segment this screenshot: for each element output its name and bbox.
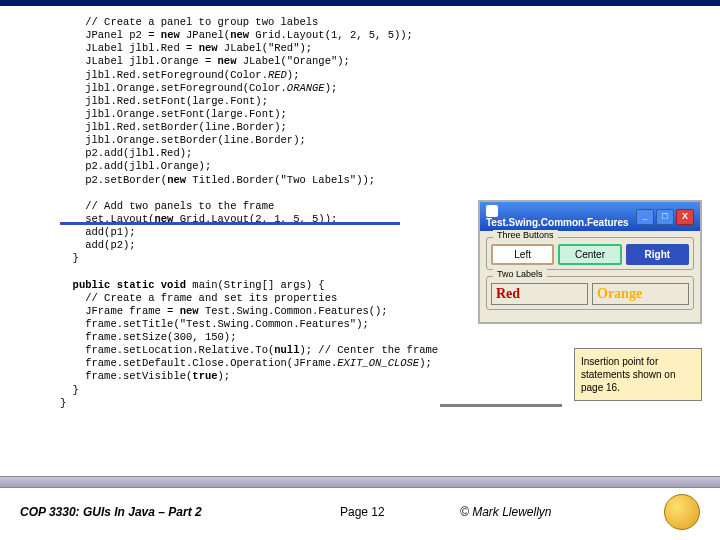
- code-line: add(p2);: [60, 239, 136, 251]
- connector-line: [60, 222, 400, 225]
- code-line: frame.setSize(300, 150);: [60, 331, 236, 343]
- maximize-button[interactable]: □: [656, 209, 674, 225]
- two-labels-panel: Two Labels Red Orange: [486, 276, 694, 310]
- center-button[interactable]: Center: [558, 244, 621, 265]
- ucf-logo-icon: [664, 494, 700, 530]
- code-line: }: [60, 397, 66, 409]
- code-line: p2.add(jlbl.Orange);: [60, 160, 211, 172]
- close-button[interactable]: X: [676, 209, 694, 225]
- code-line: frame.setTitle("Test.Swing.Common.Featur…: [60, 318, 369, 330]
- page-number: Page 12: [340, 505, 460, 519]
- code-line: }: [60, 384, 79, 396]
- red-label: Red: [491, 283, 588, 305]
- code-line: // Add two panels to the frame: [60, 200, 274, 212]
- course-title: COP 3330: GUIs In Java – Part 2: [20, 505, 340, 519]
- swing-window: Test.Swing.Common.Features _ □ X Three B…: [478, 200, 702, 324]
- connector-line: [440, 404, 562, 407]
- code-line: jlbl.Orange.setBorder(line.Border);: [60, 134, 306, 146]
- code-line: JLabel jlbl.Orange = new JLabel("Orange"…: [60, 55, 350, 67]
- footer-separator: [0, 476, 720, 488]
- code-line: p2.setBorder(new Titled.Border("Two Labe…: [60, 174, 375, 186]
- footer: COP 3330: GUIs In Java – Part 2 Page 12 …: [0, 476, 720, 540]
- three-buttons-panel: Three Buttons Left Center Right: [486, 237, 694, 270]
- left-button[interactable]: Left: [491, 244, 554, 265]
- minimize-button[interactable]: _: [636, 209, 654, 225]
- code-line: JLabel jlbl.Red = new JLabel("Red");: [60, 42, 312, 54]
- code-line: frame.setLocation.Relative.To(null); // …: [60, 344, 438, 356]
- panel-title: Two Labels: [493, 269, 547, 279]
- panel-title: Three Buttons: [493, 230, 558, 240]
- window-body: Three Buttons Left Center Right Two Labe…: [480, 231, 700, 322]
- code-line: }: [60, 252, 79, 264]
- code-line: // Create a frame and set its properties: [60, 292, 337, 304]
- code-line: jlbl.Orange.setFont(large.Font);: [60, 108, 287, 120]
- code-line: p2.add(jlbl.Red);: [60, 147, 192, 159]
- java-icon: [486, 205, 498, 217]
- code-line: add(p1);: [60, 226, 136, 238]
- code-line: JFrame frame = new Test.Swing.Common.Fea…: [60, 305, 388, 317]
- code-line: jlbl.Red.setBorder(line.Border);: [60, 121, 287, 133]
- code-line: frame.setVisible(true);: [60, 370, 230, 382]
- code-line: jlbl.Red.setForeground(Color.RED);: [60, 69, 299, 81]
- titlebar: Test.Swing.Common.Features _ □ X: [480, 202, 700, 231]
- copyright: © Mark Llewellyn: [460, 505, 552, 519]
- code-line: frame.setDefault.Close.Operation(JFrame.…: [60, 357, 432, 369]
- code-line: jlbl.Red.setFont(large.Font);: [60, 95, 268, 107]
- callout-note: Insertion point for statements shown on …: [574, 348, 702, 401]
- right-button[interactable]: Right: [626, 244, 689, 265]
- window-title: Test.Swing.Common.Features: [486, 217, 629, 228]
- code-line: JPanel p2 = new JPanel(new Grid.Layout(1…: [60, 29, 413, 41]
- code-line: // Create a panel to group two labels: [60, 16, 318, 28]
- code-line: jlbl.Orange.setForeground(Color.ORANGE);: [60, 82, 337, 94]
- orange-label: Orange: [592, 283, 689, 305]
- code-line: public static void main(String[] args) {: [60, 279, 325, 291]
